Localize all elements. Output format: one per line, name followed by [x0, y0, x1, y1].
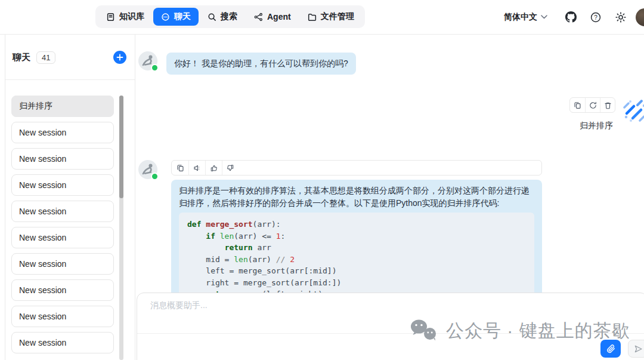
new-session-button[interactable] [113, 51, 126, 64]
online-status-dot [151, 64, 159, 72]
top-header: 知识库聊天搜索Agent文件管理 简体中文 ? [0, 0, 644, 35]
plus-icon [116, 54, 123, 61]
user-message-toolbar [569, 97, 615, 113]
composer-actions [600, 340, 644, 358]
session-label: 归并排序 [19, 101, 52, 112]
user-message-text: 归并排序 [580, 121, 615, 131]
help-button[interactable]: ? [586, 7, 606, 27]
delete-button[interactable] [600, 98, 615, 112]
session-item[interactable]: New session [11, 253, 114, 275]
session-item[interactable]: New session [11, 227, 114, 248]
sidebar-scrollbar-thumb[interactable] [119, 96, 123, 198]
session-label: New session [19, 128, 66, 137]
session-list: 归并排序New sessionNew sessionNew sessionNew… [11, 96, 114, 358]
header-actions: 简体中文 ? [500, 0, 644, 34]
file-manager-icon [308, 13, 317, 21]
session-label: New session [19, 259, 66, 269]
thumbs-down-button[interactable] [222, 161, 239, 175]
copy-button[interactable] [172, 161, 188, 175]
online-status-dot [151, 173, 159, 180]
tab-label: Agent [267, 12, 291, 21]
sun-icon [615, 12, 626, 23]
session-label: New session [19, 154, 66, 164]
assistant-greeting-bubble: 你好！ 我是你的助理，有什么可以帮到你的吗? [166, 53, 356, 75]
help-icon: ? [590, 12, 601, 23]
chat-area: 你好！ 我是你的助理，有什么可以帮到你的吗? 归并排序 [136, 35, 644, 360]
tab-file-manager[interactable]: 文件管理 [300, 8, 362, 26]
tab-label: 搜索 [221, 11, 237, 22]
session-item[interactable]: 归并排序 [11, 96, 114, 117]
send-icon [634, 344, 643, 353]
knowledge-base-icon [106, 13, 115, 21]
session-item[interactable]: New session [11, 279, 114, 301]
session-item[interactable]: New session [11, 174, 114, 196]
svg-text:?: ? [594, 14, 597, 20]
speaker-button[interactable] [188, 161, 205, 175]
sidebar-header: 聊天 41 [13, 51, 126, 64]
paperclip-icon [606, 344, 615, 353]
session-item[interactable]: New session [11, 201, 114, 222]
session-label: New session [19, 233, 66, 242]
assistant-avatar [138, 160, 157, 179]
language-selector[interactable]: 简体中文 [500, 11, 551, 23]
composer-divider [137, 333, 644, 334]
assistant-avatar [138, 51, 157, 70]
send-button[interactable] [628, 340, 644, 358]
sidebar-title: 聊天 [13, 52, 30, 63]
assistant-answer-bubble: 归并排序是一种有效的排序算法，其基本思想是将数组分成两个部分，分别对这两个部分进… [171, 180, 542, 311]
session-label: New session [19, 180, 66, 190]
github-icon [565, 11, 577, 23]
search-icon [208, 13, 216, 21]
theme-toggle-button[interactable] [611, 7, 631, 27]
assistant-answer-row: 归并排序是一种有效的排序算法，其基本思想是将数组分成两个部分，分别对这两个部分进… [138, 160, 542, 311]
assistant-answer-text: 归并排序是一种有效的排序算法，其基本思想是将数组分成两个部分，分别对这两个部分进… [179, 184, 534, 209]
chat-icon [161, 13, 170, 21]
regenerate-button[interactable] [585, 98, 600, 112]
sidebar-scrollbar[interactable] [119, 96, 123, 360]
session-label: New session [19, 338, 66, 347]
tab-label: 知识库 [119, 11, 144, 22]
agent-icon [254, 13, 263, 21]
session-item[interactable]: New session [11, 122, 114, 143]
chevron-down-icon [541, 15, 547, 19]
sidebar: 聊天 41 归并排序New sessionNew sessionNew sess… [5, 35, 135, 360]
attach-file-button[interactable] [600, 340, 621, 358]
copy-button[interactable] [570, 98, 585, 112]
tab-search[interactable]: 搜索 [200, 8, 245, 26]
github-button[interactable] [561, 7, 581, 27]
session-item[interactable]: New session [11, 306, 114, 327]
session-count-badge: 41 [36, 51, 55, 64]
composer [137, 293, 644, 360]
assistant-greeting-row: 你好！ 我是你的助理，有什么可以帮到你的吗? [138, 51, 356, 75]
tab-chat[interactable]: 聊天 [153, 8, 199, 26]
session-label: New session [19, 285, 66, 295]
session-label: New session [19, 312, 66, 321]
user-avatar [621, 97, 644, 124]
user-message-row: 归并排序 [569, 97, 644, 131]
session-item[interactable]: New session [11, 332, 114, 353]
tab-agent[interactable]: Agent [246, 8, 299, 26]
session-item[interactable]: New session [11, 148, 114, 170]
language-label: 简体中文 [504, 12, 537, 23]
message-input[interactable] [149, 299, 635, 331]
user-profile-avatar[interactable] [636, 8, 644, 26]
main-nav: 知识库聊天搜索Agent文件管理 [95, 5, 365, 28]
assistant-message-toolbar [171, 160, 542, 176]
tab-label: 文件管理 [321, 11, 354, 22]
sidebar-divider [5, 79, 135, 80]
tab-knowledge-base[interactable]: 知识库 [98, 8, 152, 26]
tab-label: 聊天 [174, 11, 191, 22]
session-label: New session [19, 207, 66, 216]
thumbs-up-button[interactable] [205, 161, 222, 175]
